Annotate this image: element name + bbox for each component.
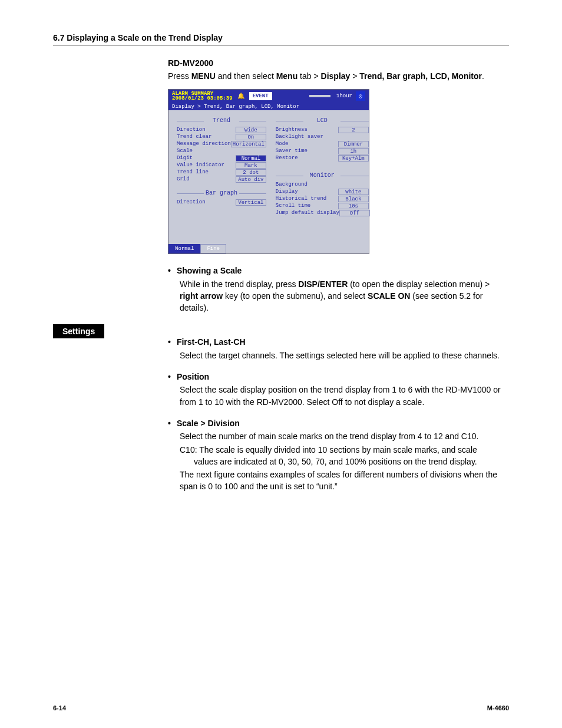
scale-division-body4: The next figure contains examples of sca…: [180, 469, 509, 493]
device-setting-row: Jump default displayOff: [276, 209, 369, 216]
bullet-position: •Position: [168, 371, 509, 383]
model-title: RD-MV2000: [168, 58, 509, 68]
scale-division-body2: C10: The scale is equally divided into 1…: [180, 444, 509, 456]
bullet-first-last-ch: •First-CH, Last-CH: [168, 336, 509, 348]
device-breadcrumb: Display > Trend, Bar graph, LCD, Monitor: [168, 103, 369, 110]
duration-label: 1hour: [336, 93, 352, 99]
device-setting-row: Brightness2: [276, 126, 369, 133]
device-setting-row: Background: [276, 181, 369, 188]
device-setting-row: Trend line2 dot: [177, 169, 266, 176]
device-setting-row: Historical trendBlack: [276, 195, 369, 202]
tab-normal: Normal: [168, 244, 200, 253]
device-setting-row: Scroll time10s: [276, 202, 369, 209]
device-setting-row: Message directionHorizontal: [177, 140, 266, 147]
group-bar: Bar graph: [177, 190, 266, 196]
device-setting-row: GridAuto div: [177, 176, 266, 183]
alarm-summary: ALARM SUMMARY 2008/01/23 03:05:39: [172, 91, 233, 101]
device-setting-row: DigitNormal: [177, 154, 266, 162]
device-footer-tabs: Normal Fine: [168, 244, 369, 253]
device-setting-row: Saver time1h: [276, 147, 369, 154]
section-header: 6.7 Displaying a Scale on the Trend Disp…: [53, 33, 509, 45]
doc-id: M-4660: [487, 704, 509, 711]
device-setting-row: Backlight saver: [276, 133, 369, 140]
scale-division-body3: values are indicated at 0, 30, 50, 70, a…: [194, 456, 509, 467]
bullet-scale-division: •Scale > Division: [168, 417, 509, 429]
position-body: Select the scale display position on the…: [180, 384, 509, 408]
camera-icon: ◎: [356, 91, 365, 101]
intro-paragraph: Press MENU and then select Menu tab > Di…: [168, 70, 509, 82]
event-badge: EVENT: [249, 92, 272, 100]
bell-icon: 🔔: [236, 91, 246, 101]
showing-scale-body: While in the trend display, press DISP/E…: [180, 278, 509, 314]
page-number: 6-14: [53, 704, 66, 711]
tab-fine: Fine: [200, 244, 226, 253]
first-last-ch-body: Select the target channels. The settings…: [180, 350, 509, 361]
device-setting-row: RestoreKey+Alm: [276, 154, 369, 162]
device-setting-row: Trend clearOn: [177, 133, 266, 140]
group-trend: Trend: [177, 117, 266, 124]
device-setting-row: DirectionVertical: [177, 199, 266, 206]
device-setting-row: DirectionWide: [177, 126, 266, 133]
bullet-showing-scale: •Showing a Scale: [168, 265, 509, 276]
device-setting-row: DisplayWhite: [276, 188, 369, 195]
device-setting-row: Scale: [177, 147, 266, 154]
group-monitor: Monitor: [276, 172, 369, 179]
scale-division-body1: Select the number of main scale marks on…: [180, 430, 509, 442]
device-screenshot: ALARM SUMMARY 2008/01/23 03:05:39 🔔 EVEN…: [168, 89, 369, 254]
device-setting-row: Value indicatorMark: [177, 162, 266, 169]
device-setting-row: ModeDimmer: [276, 140, 369, 147]
group-lcd: LCD: [276, 117, 369, 124]
settings-heading: Settings: [53, 324, 104, 338]
